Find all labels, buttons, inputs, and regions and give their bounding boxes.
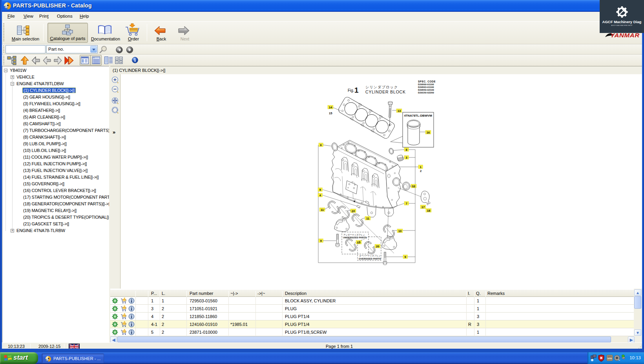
svg-text:17: 17 <box>421 205 425 209</box>
svg-text:9: 9 <box>405 255 407 259</box>
svg-text:シリンダブロック: シリンダブロック <box>365 85 398 89</box>
svg-text:Fig.: Fig. <box>348 88 354 93</box>
svg-text:D29550-02100: D29550-02100 <box>418 88 434 91</box>
svg-text:16: 16 <box>427 131 430 134</box>
svg-text:15: 15 <box>329 112 332 115</box>
svg-text:オーバーサイズブヒン: オーバーサイズブヒン <box>359 254 381 257</box>
svg-text:18: 18 <box>427 209 431 212</box>
svg-text:2: 2 <box>420 169 422 173</box>
svg-text:5: 5 <box>319 188 321 192</box>
svg-text:7: 7 <box>406 202 407 205</box>
svg-text:D29500-01100: D29500-01100 <box>418 83 434 86</box>
svg-text:20: 20 <box>376 245 379 248</box>
svg-text:4: 4 <box>319 194 321 197</box>
svg-text:11: 11 <box>321 208 324 212</box>
svg-text:6: 6 <box>320 143 322 147</box>
svg-text:D29150-02200: D29150-02200 <box>418 91 434 94</box>
svg-text:vm: vm <box>608 357 612 360</box>
svg-text:8: 8 <box>406 148 408 152</box>
svg-text:OVERSISED PARTS: OVERSISED PARTS <box>359 258 381 260</box>
svg-text:3: 3 <box>406 156 408 159</box>
svg-text:UNDERSIZED PARTS: UNDERSIZED PARTS <box>343 236 367 239</box>
svg-text:SPEC. CODE: SPEC. CODE <box>418 80 436 83</box>
svg-text:D29503-01100: D29503-01100 <box>418 86 434 88</box>
svg-text:アンダーサイズプヒン: アンダーサイズプヒン <box>343 234 365 236</box>
svg-text:14: 14 <box>329 106 332 109</box>
svg-text:1: 1 <box>354 86 359 94</box>
svg-text:1: 1 <box>420 165 422 169</box>
svg-text:CYLINDER BLOCK: CYLINDER BLOCK <box>365 90 406 94</box>
svg-text:10: 10 <box>398 229 402 233</box>
svg-text:4TNA78TL-DBWVM: 4TNA78TL-DBWVM <box>404 114 432 117</box>
svg-text:9: 9 <box>320 239 322 243</box>
svg-text:13: 13 <box>398 109 401 113</box>
svg-text:11: 11 <box>366 217 370 220</box>
